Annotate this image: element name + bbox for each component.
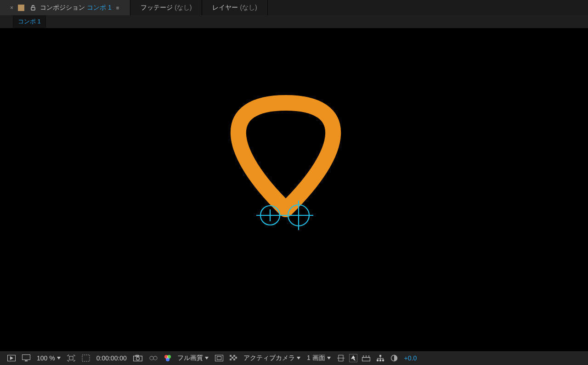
- svg-rect-22: [232, 357, 233, 359]
- svg-rect-39: [377, 358, 378, 359]
- svg-rect-10: [25, 360, 28, 361]
- tab-label-prefix: コンポジション: [40, 4, 85, 12]
- pixel-aspect-icon[interactable]: [335, 353, 346, 363]
- svg-rect-40: [380, 358, 380, 359]
- breadcrumb-item[interactable]: コンポ 1: [13, 16, 46, 28]
- svg-rect-33: [379, 355, 381, 357]
- svg-rect-15: [136, 355, 138, 357]
- svg-rect-21: [233, 355, 235, 357]
- safe-zones-icon[interactable]: [213, 353, 225, 363]
- svg-rect-36: [382, 359, 384, 361]
- camera-dropdown[interactable]: アクティブカメラ: [242, 353, 302, 363]
- roi-icon[interactable]: [65, 353, 77, 363]
- transparency-grid-icon[interactable]: [80, 353, 92, 363]
- timecode[interactable]: 0:00:00:00: [95, 353, 129, 363]
- breadcrumb: コンポ 1: [0, 15, 588, 28]
- composition-icon: [18, 5, 24, 11]
- tab-composition[interactable]: × コンポジション コンポ 1 ≡: [0, 0, 130, 15]
- timeline-icon[interactable]: [360, 353, 372, 363]
- svg-rect-24: [230, 359, 232, 360]
- tab-footage[interactable]: フッテージ (なし): [130, 0, 202, 15]
- close-icon[interactable]: ×: [10, 5, 13, 11]
- zoom-dropdown[interactable]: 100 %: [35, 353, 62, 363]
- viewport[interactable]: [0, 28, 588, 351]
- rgb-channels-icon[interactable]: [163, 353, 173, 363]
- fast-preview-icon[interactable]: [349, 354, 357, 362]
- svg-marker-8: [10, 356, 13, 360]
- svg-rect-29: [362, 358, 370, 361]
- svg-point-17: [153, 356, 157, 360]
- always-preview-icon[interactable]: [6, 353, 17, 363]
- tab-footage-label: フッテージ: [141, 4, 173, 12]
- flowchart-icon[interactable]: [375, 353, 386, 363]
- tab-label-name: コンポ 1: [87, 4, 112, 12]
- unlock-icon[interactable]: [30, 5, 36, 11]
- shape-path[interactable]: [238, 103, 333, 209]
- svg-point-14: [136, 357, 139, 360]
- svg-rect-35: [379, 359, 381, 361]
- svg-marker-28: [351, 355, 356, 361]
- svg-rect-25: [233, 359, 235, 360]
- exposure-value[interactable]: +0.0: [402, 353, 419, 363]
- show-channel-icon[interactable]: [147, 353, 160, 363]
- tab-layer-suffix: (なし): [240, 4, 257, 12]
- panel-tab-bar: × コンポジション コンポ 1 ≡ フッテージ (なし) レイヤー (なし): [0, 0, 588, 15]
- svg-rect-41: [383, 358, 383, 359]
- svg-rect-18: [215, 355, 223, 361]
- svg-rect-11: [69, 356, 73, 360]
- svg-rect-12: [82, 355, 90, 361]
- tab-menu-icon[interactable]: ≡: [116, 5, 120, 11]
- viewer-control-bar: 100 % 0:00:00:00 フル画質: [0, 351, 588, 365]
- svg-rect-0: [31, 7, 35, 10]
- tab-footage-suffix: (なし): [175, 4, 192, 12]
- svg-rect-9: [23, 355, 30, 360]
- grid-icon[interactable]: [228, 353, 239, 363]
- tab-layer-label: レイヤー: [212, 4, 238, 12]
- svg-point-16: [150, 356, 153, 360]
- resolution-dropdown[interactable]: フル画質: [175, 353, 210, 363]
- snapshot-icon[interactable]: [131, 353, 144, 363]
- svg-rect-37: [380, 357, 380, 358]
- svg-rect-34: [377, 359, 379, 361]
- tab-layer[interactable]: レイヤー (なし): [202, 0, 267, 15]
- reset-exposure-icon[interactable]: [389, 353, 400, 363]
- monitor-icon[interactable]: [20, 353, 32, 363]
- svg-rect-19: [217, 357, 221, 360]
- svg-rect-20: [230, 355, 232, 357]
- svg-rect-23: [235, 357, 237, 359]
- views-dropdown[interactable]: 1 画面: [305, 353, 333, 363]
